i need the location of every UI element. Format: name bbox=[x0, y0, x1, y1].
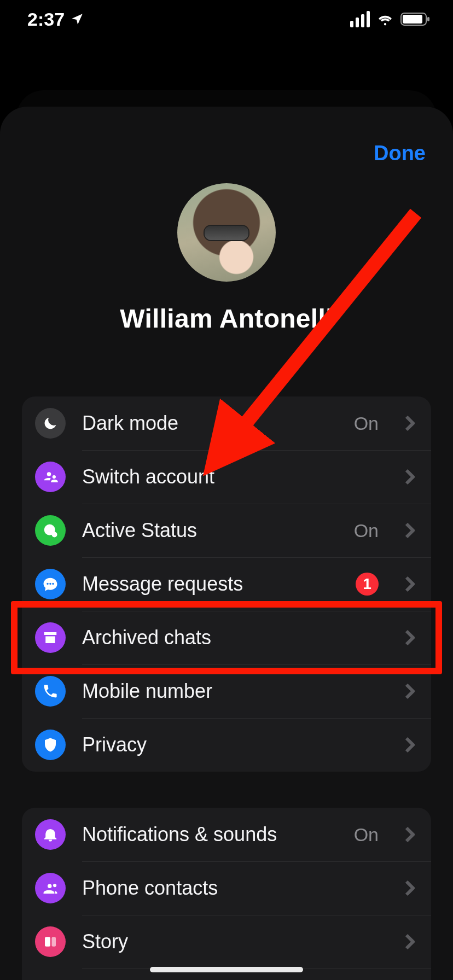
chevron-right-icon bbox=[405, 934, 415, 950]
shield-icon bbox=[35, 730, 66, 760]
row-message-requests-label: Message requests bbox=[82, 573, 339, 596]
row-notifications-value: On bbox=[354, 824, 379, 845]
svg-rect-9 bbox=[45, 937, 50, 947]
row-archived-chats[interactable]: Archived chats bbox=[22, 611, 431, 664]
location-icon bbox=[70, 12, 84, 26]
settings-group-1: Notifications & soundsOnPhone contactsSt… bbox=[22, 808, 431, 980]
status-bar: 2:37 bbox=[0, 0, 453, 38]
archive-icon bbox=[35, 622, 66, 653]
svg-point-8 bbox=[52, 583, 54, 585]
status-time: 2:37 bbox=[27, 9, 65, 30]
row-dark-mode-value: On bbox=[354, 413, 379, 434]
row-message-requests[interactable]: Message requests1 bbox=[22, 557, 431, 611]
settings-sheet: Done William Antonelli Dark modeOnSwitch… bbox=[0, 107, 453, 980]
chevron-right-icon bbox=[405, 629, 415, 646]
presence-icon bbox=[35, 515, 66, 546]
row-archived-chats-label: Archived chats bbox=[82, 626, 379, 649]
row-switch-account[interactable]: Switch account bbox=[22, 450, 431, 504]
chevron-right-icon bbox=[405, 880, 415, 896]
row-phone-contacts-label: Phone contacts bbox=[82, 877, 379, 900]
done-button[interactable]: Done bbox=[374, 142, 426, 165]
chevron-right-icon bbox=[405, 737, 415, 753]
profile-block: William Antonelli bbox=[0, 172, 453, 334]
chevron-right-icon bbox=[405, 469, 415, 485]
story-icon bbox=[35, 926, 66, 957]
svg-point-6 bbox=[47, 583, 49, 585]
row-notifications-label: Notifications & sounds bbox=[82, 823, 338, 846]
row-active-status-value: On bbox=[354, 520, 379, 541]
moon-icon bbox=[35, 408, 66, 439]
svg-point-5 bbox=[53, 533, 56, 536]
row-privacy[interactable]: Privacy bbox=[22, 718, 431, 772]
row-notifications[interactable]: Notifications & soundsOn bbox=[22, 808, 431, 861]
row-privacy-label: Privacy bbox=[82, 733, 379, 756]
profile-avatar[interactable] bbox=[177, 183, 276, 282]
row-switch-account-label: Switch account bbox=[82, 465, 379, 488]
status-left: 2:37 bbox=[27, 9, 84, 30]
row-dark-mode-label: Dark mode bbox=[82, 412, 338, 435]
chat-icon bbox=[35, 569, 66, 599]
row-story-label: Story bbox=[82, 930, 379, 953]
switch-icon bbox=[35, 462, 66, 492]
row-story[interactable]: Story bbox=[22, 915, 431, 969]
svg-rect-10 bbox=[52, 937, 56, 947]
row-mobile-number-label: Mobile number bbox=[82, 680, 379, 703]
status-right bbox=[350, 10, 431, 28]
phone-icon bbox=[35, 676, 66, 707]
chevron-right-icon bbox=[405, 826, 415, 843]
chevron-right-icon bbox=[405, 522, 415, 539]
chevron-right-icon bbox=[405, 576, 415, 592]
wifi-icon bbox=[376, 10, 394, 28]
settings-group-0: Dark modeOnSwitch accountActive StatusOn… bbox=[22, 396, 431, 772]
battery-icon bbox=[400, 11, 431, 27]
svg-rect-1 bbox=[403, 15, 422, 24]
bell-icon bbox=[35, 819, 66, 850]
cellular-icon bbox=[350, 11, 370, 27]
chevron-right-icon bbox=[405, 415, 415, 431]
svg-point-7 bbox=[49, 583, 51, 585]
row-active-status[interactable]: Active StatusOn bbox=[22, 504, 431, 557]
contacts-icon bbox=[35, 873, 66, 903]
row-mobile-number[interactable]: Mobile number bbox=[22, 664, 431, 718]
settings-scroll[interactable]: Dark modeOnSwitch accountActive StatusOn… bbox=[0, 396, 453, 980]
chevron-right-icon bbox=[405, 683, 415, 699]
home-indicator bbox=[150, 967, 303, 972]
row-message-requests-badge: 1 bbox=[356, 573, 379, 596]
row-dark-mode[interactable]: Dark modeOn bbox=[22, 396, 431, 450]
sheet-header: Done bbox=[0, 134, 453, 172]
svg-rect-2 bbox=[427, 17, 429, 21]
profile-name: William Antonelli bbox=[120, 304, 333, 334]
row-phone-contacts[interactable]: Phone contacts bbox=[22, 861, 431, 915]
row-active-status-label: Active Status bbox=[82, 519, 338, 542]
